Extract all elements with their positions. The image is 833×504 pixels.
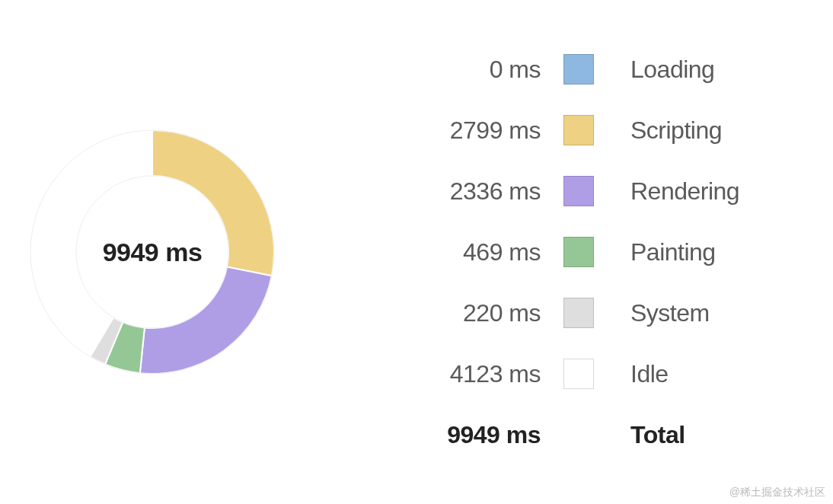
legend-row-scripting: 2799 msScripting bbox=[305, 115, 833, 145]
legend-total-label: Total bbox=[630, 421, 685, 449]
legend-value: 2799 ms bbox=[305, 116, 541, 145]
legend-row-rendering: 2336 msRendering bbox=[305, 176, 833, 206]
legend-label: System bbox=[630, 299, 710, 327]
legend-label: Rendering bbox=[630, 177, 739, 206]
legend-value: 2336 ms bbox=[305, 177, 541, 206]
legend-label: Loading bbox=[630, 56, 714, 84]
watermark: @稀土掘金技术社区 bbox=[729, 486, 825, 499]
legend-row-total: 9949 msTotal bbox=[305, 419, 833, 450]
legend-swatch bbox=[563, 115, 594, 145]
legend-row-idle: 4123 msIdle bbox=[305, 359, 833, 389]
legend-value: 469 ms bbox=[305, 238, 541, 266]
legend-total-value: 9949 ms bbox=[305, 421, 541, 449]
legend-row-painting: 469 msPainting bbox=[305, 237, 833, 267]
legend-swatch bbox=[563, 359, 594, 389]
legend-swatch bbox=[563, 54, 594, 85]
donut-chart-area: 9949 ms bbox=[0, 0, 305, 504]
donut-chart: 9949 ms bbox=[23, 123, 282, 381]
legend-swatch-empty bbox=[563, 419, 594, 450]
legend-row-loading: 0 msLoading bbox=[305, 54, 833, 85]
legend-row-system: 220 msSystem bbox=[305, 298, 833, 328]
donut-slice-rendering bbox=[140, 267, 272, 374]
legend-label: Idle bbox=[630, 360, 669, 388]
legend: 0 msLoading2799 msScripting2336 msRender… bbox=[305, 24, 833, 480]
legend-label: Painting bbox=[630, 238, 716, 266]
legend-swatch bbox=[563, 237, 594, 267]
legend-value: 4123 ms bbox=[305, 360, 541, 388]
donut-center-label: 9949 ms bbox=[103, 238, 203, 267]
legend-label: Scripting bbox=[630, 116, 722, 145]
legend-swatch bbox=[563, 298, 594, 328]
legend-swatch bbox=[563, 176, 594, 206]
legend-value: 220 ms bbox=[305, 299, 541, 327]
legend-value: 0 ms bbox=[305, 56, 541, 84]
